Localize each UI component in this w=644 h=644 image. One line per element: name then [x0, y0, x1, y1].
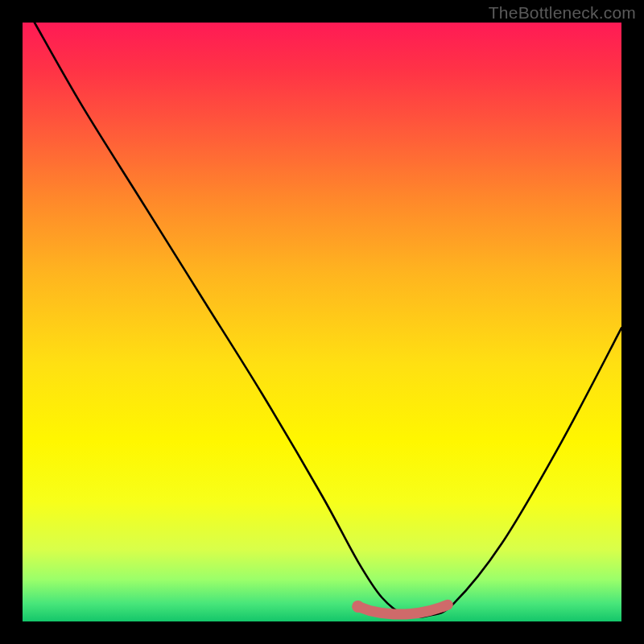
plot-area [23, 23, 621, 621]
marker-segment [358, 605, 448, 614]
bottleneck-curve [35, 23, 621, 617]
highlight-markers [352, 601, 448, 614]
chart-container: TheBottleneck.com [0, 0, 644, 644]
curve-svg [23, 23, 621, 621]
attribution-label: TheBottleneck.com [489, 3, 636, 23]
